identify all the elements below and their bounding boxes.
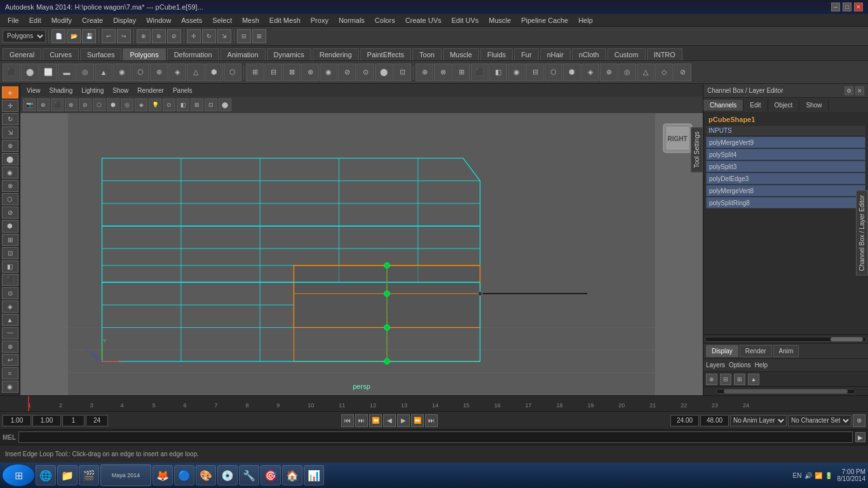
anim-prev-key-btn[interactable]: ⏪ [369,414,382,427]
tb-undo[interactable]: ↩ [102,29,116,43]
icon-extrude[interactable]: ⊕ [416,64,433,81]
icon-circularize[interactable]: ◎ [618,64,636,81]
menu-edit-mesh[interactable]: Edit Mesh [264,15,306,25]
vp-camera-icon[interactable]: 📷 [23,98,36,111]
vp-render-icon[interactable]: ⊡ [205,98,217,111]
volume-icon[interactable]: 🔊 [804,472,812,479]
tool-settings-tab[interactable]: Tool Settings [691,127,703,172]
anim-play-fwd-btn[interactable]: ▶ [397,414,410,427]
anim-next-key-btn[interactable]: ⏩ [411,414,424,427]
icon-torus[interactable]: ◎ [76,64,94,81]
layers-label[interactable]: Layers [706,362,725,369]
icon-offset[interactable]: ⬡ [545,64,562,81]
channel-item-4[interactable]: polyMergeVert8 [706,185,865,196]
icon-bridge[interactable]: ⊗ [434,64,452,81]
anim-range-start[interactable] [670,415,699,426]
tab-custom[interactable]: Custom [607,48,646,60]
icon-pipe[interactable]: ⬡ [132,64,149,81]
icon-append[interactable]: ⊞ [452,64,470,81]
anim-current-field[interactable] [32,415,61,426]
menu-display[interactable]: Display [108,15,141,25]
vp-grid-icon[interactable]: ⬡ [93,98,105,111]
squash-btn[interactable]: ⊕ [2,341,18,353]
minimize-button[interactable]: ─ [831,3,840,11]
icon-helix[interactable]: ⊕ [150,64,168,81]
menu-edit-uvs[interactable]: Edit UVs [447,15,484,25]
icon-disk[interactable]: ◉ [113,64,131,81]
taskbar-firefox-icon[interactable]: 🦊 [153,465,173,485]
tab-painteffects[interactable]: PaintEffects [360,48,412,60]
icon-duplicate[interactable]: ◧ [489,64,507,81]
select-tool-btn[interactable]: ◈ [2,86,18,98]
tb-rotate[interactable]: ↻ [202,29,216,43]
vp-hud-icon[interactable]: ⬤ [219,98,231,111]
start-button[interactable]: ⊞ [3,464,34,486]
help-label[interactable]: Help [754,362,768,369]
tab-polygons[interactable]: Polygons [123,48,165,60]
taskbar-app6-icon[interactable]: 📊 [304,465,324,485]
scale-tool-btn[interactable]: ⇲ [2,126,18,139]
marquee-btn[interactable]: ⬢ [2,220,18,232]
menu-muscle[interactable]: Muscle [484,15,516,25]
lasso-btn[interactable]: ⊘ [2,207,18,219]
icon-wedge[interactable]: ◈ [581,64,599,81]
taskbar-chrome-icon[interactable]: 🔵 [174,465,194,485]
char-set-select[interactable]: No Character Set [788,415,851,426]
tab-surfaces[interactable]: Surfaces [80,48,121,60]
wave-btn[interactable]: ≈ [2,367,18,379]
anim-rewind-btn[interactable]: ⏮ [341,414,354,427]
disp-tab-anim[interactable]: Anim [773,345,799,357]
layer-delete-icon[interactable]: ⊟ [720,374,731,385]
anim-range-end[interactable] [700,415,729,426]
tab-intro[interactable]: INTRO [647,48,682,60]
channel-item-3[interactable]: polyDelEdge3 [706,173,865,184]
menu-proxy[interactable]: Proxy [306,15,334,25]
measure-btn[interactable]: ⊡ [2,247,18,259]
vp-menu-lighting[interactable]: Lighting [78,86,107,95]
menu-create[interactable]: Create [77,15,108,25]
icon-bevel[interactable]: ◇ [655,64,673,81]
bend-btn[interactable]: ◈ [2,301,18,313]
icon-prism[interactable]: ◈ [168,64,186,81]
taskbar-media-icon[interactable]: 🎬 [79,465,99,485]
disp-tab-display[interactable]: Display [706,345,738,357]
anim-fastfwd-btn[interactable]: ⏭ [425,414,438,427]
menu-select[interactable]: Select [207,15,237,25]
orientation-cube[interactable]: RIGHT [660,121,695,156]
tab-curves[interactable]: Curves [43,48,79,60]
icon-chamfer[interactable]: ⬢ [563,64,581,81]
tb-redo[interactable]: ↪ [117,29,131,43]
menu-normals[interactable]: Normals [334,15,370,25]
channel-item-5[interactable]: polySplitRing8 [706,197,865,208]
tb-save[interactable]: 💾 [82,29,96,43]
tab-dynamics[interactable]: Dynamics [267,48,311,60]
channel-item-0[interactable]: polyMergeVert9 [706,137,865,148]
network-icon[interactable]: 📶 [815,472,822,479]
cluster-btn[interactable]: ⊙ [2,287,18,299]
paint-sel-btn[interactable]: ⊗ [2,180,18,192]
tab-rendering[interactable]: Rendering [313,48,359,60]
taskbar-ie-icon[interactable]: 🌐 [36,465,56,485]
icon-fill[interactable]: ⬛ [471,64,489,81]
snap-btn[interactable]: ⊞ [2,234,18,246]
anim-frame-field[interactable] [62,415,85,426]
tab-fluids[interactable]: Fluids [480,48,513,60]
menu-mesh[interactable]: Mesh [237,15,264,25]
menu-edit[interactable]: Edit [24,15,46,25]
taskbar-app2-icon[interactable]: 💿 [217,465,238,485]
flare-btn[interactable]: ▲ [2,314,18,326]
tab-deformation[interactable]: Deformation [167,48,219,60]
menu-colors[interactable]: Colors [370,15,400,25]
vp-select-icon[interactable]: ⊕ [37,98,50,111]
tb-lasso[interactable]: ⊗ [152,29,166,43]
lattice-btn[interactable]: ⬛ [2,274,18,286]
tb-snap[interactable]: ⊟ [237,29,251,43]
tb-select[interactable]: ⊕ [137,29,151,43]
taskbar-app5-icon[interactable]: 🏠 [282,465,302,485]
mode-select[interactable]: Polygons [3,30,46,43]
layer-options-icon[interactable]: ⊞ [734,374,745,385]
icon-cylinder[interactable]: ⬜ [39,64,57,81]
tb-new[interactable]: 📄 [51,29,65,43]
icon-separate[interactable]: ⊟ [264,64,282,81]
rotate-tool-btn[interactable]: ↻ [2,113,18,125]
